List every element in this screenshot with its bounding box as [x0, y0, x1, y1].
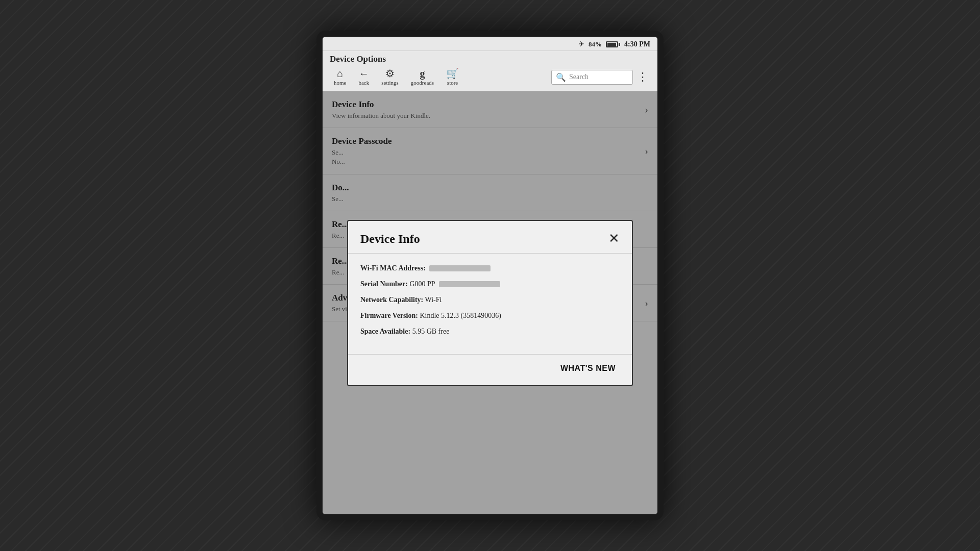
nav-back-label: back: [358, 80, 369, 86]
wifi-mac-value-redacted: [429, 265, 491, 271]
back-icon: ←: [359, 68, 369, 79]
nav-settings-label: settings: [381, 80, 399, 86]
kindle-screen: ✈ 84% 4:30 PM Device Options ⌂ home ← ba…: [323, 37, 657, 514]
firmware-version-label: Firmware Version:: [360, 312, 418, 319]
search-icon: 🔍: [556, 72, 566, 82]
more-menu-button[interactable]: ⋮: [633, 68, 652, 86]
nav-store-label: store: [447, 80, 458, 86]
page-title: Device Options: [328, 53, 652, 66]
space-available-row: Space Available: 5.95 GB free: [360, 326, 620, 337]
kindle-header: Device Options ⌂ home ← back ⚙ settings: [323, 51, 657, 91]
nav-back-button[interactable]: ← back: [352, 66, 375, 88]
modal-close-button[interactable]: ✕: [608, 232, 620, 245]
search-box[interactable]: 🔍 Search: [551, 70, 633, 85]
status-bar: ✈ 84% 4:30 PM: [323, 37, 657, 51]
network-capability-value: Wi-Fi: [425, 296, 442, 304]
firmware-version-row: Firmware Version: Kindle 5.12.3 (3581490…: [360, 310, 620, 321]
whats-new-button[interactable]: WHAT'S NEW: [556, 362, 620, 375]
serial-number-value-redacted: [439, 281, 500, 287]
nav-home-button[interactable]: ⌂ home: [328, 66, 352, 88]
battery-percentage: 84%: [589, 40, 602, 48]
device-info-modal: Device Info ✕ Wi-Fi MAC Address: Serial …: [347, 220, 633, 386]
kindle-content: Device Info View information about your …: [323, 91, 657, 514]
network-capability-label: Network Capability:: [360, 296, 423, 304]
settings-icon: ⚙: [385, 68, 395, 79]
modal-title: Device Info: [360, 232, 420, 246]
status-time: 4:30 PM: [624, 40, 650, 48]
goodreads-icon: g: [420, 68, 425, 79]
modal-overlay: Device Info ✕ Wi-Fi MAC Address: Serial …: [323, 91, 657, 514]
network-capability-row: Network Capability: Wi-Fi: [360, 294, 620, 305]
home-icon: ⌂: [337, 68, 343, 79]
wifi-mac-label: Wi-Fi MAC Address:: [360, 264, 426, 272]
space-available-value: 5.95 GB free: [412, 328, 450, 335]
modal-footer: WHAT'S NEW: [348, 354, 632, 385]
modal-body: Wi-Fi MAC Address: Serial Number: G000 P…: [348, 254, 632, 349]
search-placeholder: Search: [569, 73, 589, 81]
nav-bar: ⌂ home ← back ⚙ settings g goodreads: [328, 66, 652, 88]
battery-icon: [606, 41, 620, 47]
store-icon: 🛒: [446, 68, 459, 79]
kindle-device-frame: ✈ 84% 4:30 PM Device Options ⌂ home ← ba…: [316, 31, 664, 520]
serial-number-row: Serial Number: G000 PP: [360, 279, 620, 289]
nav-goodreads-label: goodreads: [411, 80, 434, 86]
wifi-mac-row: Wi-Fi MAC Address:: [360, 263, 620, 273]
firmware-version-value: Kindle 5.12.3 (3581490036): [420, 312, 501, 319]
modal-header: Device Info ✕: [348, 221, 632, 254]
nav-goodreads-button[interactable]: g goodreads: [405, 66, 440, 88]
airplane-icon: ✈: [578, 40, 584, 48]
nav-store-button[interactable]: 🛒 store: [440, 66, 465, 88]
nav-home-label: home: [334, 80, 346, 86]
nav-settings-button[interactable]: ⚙ settings: [375, 66, 405, 88]
serial-number-label: Serial Number:: [360, 280, 408, 288]
space-available-label: Space Available:: [360, 328, 410, 335]
